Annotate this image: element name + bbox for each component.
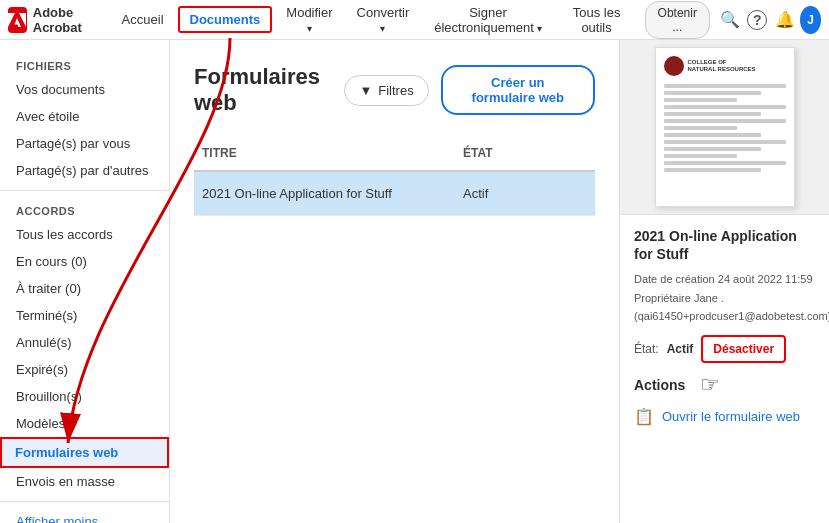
sidebar-item-expire[interactable]: Expiré(s) [0,356,169,383]
sidebar-afficher-moins[interactable]: Afficher moins [0,508,169,523]
action-open-form-label: Ouvrir le formulaire web [662,409,800,424]
accords-section-title: ACCORDS [0,197,169,221]
layout: FICHIERS Vos documents Avec étoile Parta… [0,40,829,523]
help-button[interactable]: ? [745,4,769,36]
top-nav: Adobe Acrobat Accueil Documents Modifier… [0,0,829,40]
search-button[interactable]: 🔍 [718,4,742,36]
open-form-icon: 📋 [634,407,654,426]
bell-icon: 🔔 [775,10,795,29]
detail-meta-date: Date de création 24 août 2022 11:59 [634,271,815,288]
doc-line-10 [664,147,762,151]
create-form-button[interactable]: Créer un formulaire web [441,65,595,115]
row-state: Actif [455,182,595,205]
sidebar-item-modeles[interactable]: Modèles [0,410,169,437]
doc-content-lines [664,84,786,175]
nav-modifier[interactable]: Modifier [276,1,342,39]
detail-state-label: État: [634,342,659,356]
adobe-logo-icon [8,7,27,33]
doc-line-9 [664,140,786,144]
nav-tous-outils[interactable]: Tous les outils [557,1,637,39]
document-thumbnail: COLLEGE OFNATURAL RESOURCES [655,47,795,207]
sidebar-divider [0,190,169,191]
detail-meta-email: (qai61450+prodcuser1@adobetest.com) [634,308,815,325]
column-header-state: ÉTAT [455,142,595,164]
nav-accueil[interactable]: Accueil [112,8,174,31]
doc-line-1 [664,84,786,88]
sidebar-divider-2 [0,501,169,502]
doc-line-13 [664,168,762,172]
sidebar: FICHIERS Vos documents Avec étoile Parta… [0,40,170,523]
detail-doc-title: 2021 On-line Application for Stuff [634,227,815,263]
row-title: 2021 On-line Application for Stuff [194,182,455,205]
help-icon: ? [747,10,767,30]
action-open-form[interactable]: 📋 Ouvrir le formulaire web [634,403,815,430]
nav-obtenir-button[interactable]: Obtenir ... [645,1,710,39]
table-row[interactable]: 2021 On-line Application for Stuff Actif [194,172,595,216]
sidebar-item-formulaires-web[interactable]: Formulaires web [0,437,169,468]
detail-actions-title: Actions [634,377,815,393]
filter-icon: ▼ [359,83,372,98]
doc-line-3 [664,98,737,102]
table-header: TITRE ÉTAT [194,136,595,172]
nav-documents[interactable]: Documents [178,6,273,33]
main-inner: Formulaires web ▼ Filtres Créer un formu… [170,40,829,523]
sidebar-item-envois-masse[interactable]: Envois en masse [0,468,169,495]
nav-signer[interactable]: Signer électroniquement [423,1,552,39]
detail-panel: COLLEGE OFNATURAL RESOURCES [619,40,829,523]
doc-line-8 [664,133,762,137]
doc-line-7 [664,126,737,130]
detail-state-row: État: Actif Désactiver [634,335,815,363]
search-icon: 🔍 [720,10,740,29]
sidebar-item-annule[interactable]: Annulé(s) [0,329,169,356]
page-title-row: Formulaires web ▼ Filtres Créer un formu… [194,64,595,116]
doc-line-5 [664,112,762,116]
detail-preview: COLLEGE OFNATURAL RESOURCES [620,40,829,215]
fichiers-section-title: FICHIERS [0,52,169,76]
sidebar-item-partage-par-vous[interactable]: Partagé(s) par vous [0,130,169,157]
sidebar-item-tous-accords[interactable]: Tous les accords [0,221,169,248]
filter-button[interactable]: ▼ Filtres [344,75,428,106]
doc-line-2 [664,91,762,95]
notifications-button[interactable]: 🔔 [773,4,797,36]
doc-header: COLLEGE OFNATURAL RESOURCES [664,56,786,76]
column-header-title: TITRE [194,142,455,164]
nav-convertir[interactable]: Convertir [347,1,420,39]
page-title: Formulaires web [194,64,332,116]
logo: Adobe Acrobat [8,5,100,35]
filter-label: Filtres [378,83,413,98]
doc-line-6 [664,119,786,123]
doc-header-text: COLLEGE OFNATURAL RESOURCES [688,59,756,73]
logo-text: Adobe Acrobat [33,5,100,35]
doc-line-12 [664,161,786,165]
sidebar-item-partage-par-autres[interactable]: Partagé(s) par d'autres [0,157,169,184]
user-avatar[interactable]: J [800,6,821,34]
sidebar-item-a-traiter[interactable]: À traiter (0) [0,275,169,302]
sidebar-item-en-cours[interactable]: En cours (0) [0,248,169,275]
main-content: Formulaires web ▼ Filtres Créer un formu… [170,40,829,523]
sidebar-item-termine[interactable]: Terminé(s) [0,302,169,329]
detail-state-value: Actif [667,342,694,356]
sidebar-item-brouillon[interactable]: Brouillon(s) [0,383,169,410]
sidebar-item-vos-documents[interactable]: Vos documents [0,76,169,103]
doc-line-4 [664,105,786,109]
doc-line-11 [664,154,737,158]
deactivate-button[interactable]: Désactiver [701,335,786,363]
detail-info: 2021 On-line Application for Stuff Date … [620,215,829,442]
content-area: Formulaires web ▼ Filtres Créer un formu… [170,40,619,523]
detail-meta-owner: Propriétaire Jane . [634,290,815,307]
doc-logo-icon [664,56,684,76]
sidebar-item-avec-etoile[interactable]: Avec étoile [0,103,169,130]
